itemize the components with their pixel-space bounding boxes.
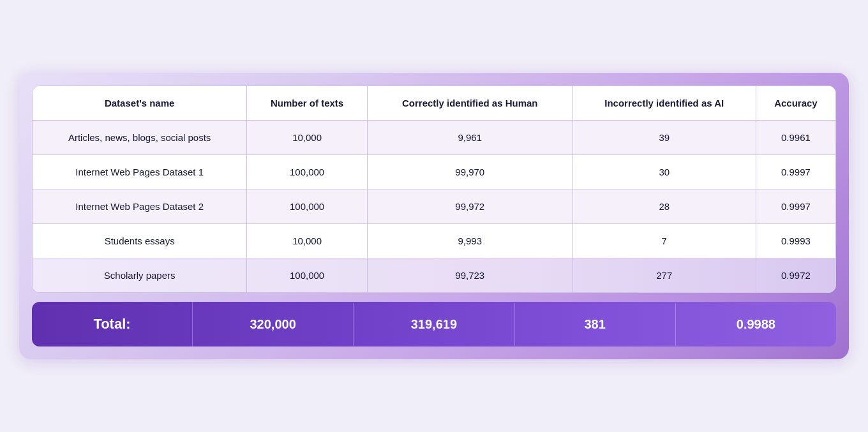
cell-incorrect: 39 <box>572 121 756 155</box>
cell-incorrect: 7 <box>572 224 756 258</box>
total-incorrect: 381 <box>515 303 676 346</box>
main-container: Dataset's name Number of texts Correctly… <box>19 73 849 359</box>
table-row: Articles, news, blogs, social posts10,00… <box>33 121 835 155</box>
col-header-accuracy: Accuracy <box>756 86 835 121</box>
col-header-texts: Number of texts <box>247 86 368 121</box>
table-row: Internet Web Pages Dataset 2100,00099,97… <box>33 190 835 224</box>
cell-correct: 99,723 <box>367 258 572 293</box>
cell-correct: 99,972 <box>367 190 572 224</box>
table-header-row: Dataset's name Number of texts Correctly… <box>33 86 835 121</box>
cell-accuracy: 0.9997 <box>756 190 835 224</box>
cell-texts: 10,000 <box>247 121 368 155</box>
cell-name: Scholarly papers <box>33 258 247 293</box>
cell-texts: 100,000 <box>247 155 368 190</box>
total-label: Total: <box>32 302 193 346</box>
table-row: Internet Web Pages Dataset 1100,00099,97… <box>33 155 835 190</box>
cell-texts: 10,000 <box>247 224 368 258</box>
total-texts: 320,000 <box>193 303 354 346</box>
total-accuracy: 0.9988 <box>676 303 836 346</box>
cell-incorrect: 277 <box>572 258 756 293</box>
cell-accuracy: 0.9997 <box>756 155 835 190</box>
cell-texts: 100,000 <box>247 190 368 224</box>
cell-texts: 100,000 <box>247 258 368 293</box>
cell-accuracy: 0.9993 <box>756 224 835 258</box>
col-header-name: Dataset's name <box>33 86 247 121</box>
col-header-correct: Correctly identified as Human <box>367 86 572 121</box>
cell-incorrect: 28 <box>572 190 756 224</box>
cell-incorrect: 30 <box>572 155 756 190</box>
table-row: Students essays10,0009,99370.9993 <box>33 224 835 258</box>
total-correct: 319,619 <box>354 303 514 346</box>
cell-accuracy: 0.9961 <box>756 121 835 155</box>
cell-name: Internet Web Pages Dataset 1 <box>33 155 247 190</box>
cell-correct: 99,970 <box>367 155 572 190</box>
col-header-incorrect: Incorrectly identified as AI <box>572 86 756 121</box>
cell-name: Internet Web Pages Dataset 2 <box>33 190 247 224</box>
cell-correct: 9,993 <box>367 224 572 258</box>
cell-correct: 9,961 <box>367 121 572 155</box>
data-table: Dataset's name Number of texts Correctly… <box>33 86 835 292</box>
cell-accuracy: 0.9972 <box>756 258 835 293</box>
total-bar: Total: 320,000 319,619 381 0.9988 <box>32 302 836 346</box>
table-wrapper: Dataset's name Number of texts Correctly… <box>32 86 836 293</box>
cell-name: Students essays <box>33 224 247 258</box>
table-row: Scholarly papers100,00099,7232770.9972 <box>33 258 835 293</box>
cell-name: Articles, news, blogs, social posts <box>33 121 247 155</box>
